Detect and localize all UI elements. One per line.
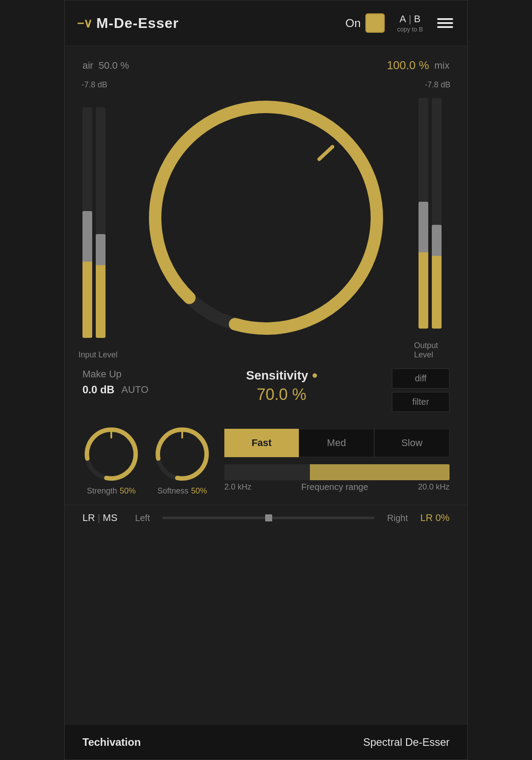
makeup-title: Make Up <box>82 368 171 380</box>
header: −∨ M-De-Esser On A | B copy to B <box>65 0 467 46</box>
strength-value: 50% <box>120 486 136 496</box>
output-meter-bars <box>419 93 450 337</box>
sensitivity-title: Sensitivity <box>246 368 308 383</box>
makeup-auto[interactable]: AUTO <box>121 384 149 396</box>
lr-toggle-label: LR <box>82 512 95 524</box>
mix-label: mix <box>434 60 450 71</box>
freq-labels: 2.0 kHz Frequency range 20.0 kHz <box>224 482 450 492</box>
input-fill-left <box>82 211 92 338</box>
fast-button[interactable]: Fast <box>224 429 299 457</box>
freq-slider-fill <box>310 464 450 480</box>
input-fill-right <box>96 234 106 338</box>
lr-ms-divider: | <box>98 512 100 524</box>
softness-label-group: Softness 50% <box>157 486 207 496</box>
output-bar-left <box>419 98 428 329</box>
mix-value[interactable]: 100.0 % <box>387 59 429 72</box>
ab-a-label: A <box>399 13 406 25</box>
ab-column: A | B copy to B <box>397 13 423 33</box>
bottom-controls: Strength 50% Softness 50% <box>65 416 467 505</box>
input-bar-left <box>82 107 92 338</box>
hamburger-line-3 <box>437 26 453 28</box>
strength-knob[interactable] <box>82 425 140 483</box>
svg-line-2 <box>319 147 332 159</box>
output-fill-right <box>432 225 442 329</box>
sensitivity-value[interactable]: 70.0 % <box>257 385 306 404</box>
makeup-values: 0.0 dB AUTO <box>82 384 171 396</box>
mix-group: 100.0 % mix <box>387 59 450 72</box>
svg-point-1 <box>142 94 390 342</box>
strength-label-group: Strength 50% <box>87 486 136 496</box>
freq-start: 2.0 kHz <box>224 482 251 492</box>
diff-button[interactable]: diff <box>392 368 450 388</box>
softness-value: 50% <box>191 486 207 496</box>
strength-knob-group: Strength 50% <box>82 425 140 496</box>
ab-copy-label: copy to B <box>397 26 423 33</box>
ab-button[interactable]: A | B copy to B <box>397 13 423 33</box>
lr-slider-thumb <box>265 514 272 521</box>
ms-toggle-label: MS <box>103 512 117 524</box>
sensitivity-dot <box>313 373 317 378</box>
sensitivity-section: Sensitivity 70.0 % <box>171 368 392 404</box>
freq-range-label: Frequency range <box>301 482 368 492</box>
air-label: air <box>82 60 93 71</box>
ab-b-label: B <box>414 13 421 25</box>
on-label: On <box>345 16 361 30</box>
right-label: Right <box>387 513 408 523</box>
output-level-label: Output Level <box>414 341 454 360</box>
input-meter: -7.8 dB Input Level <box>78 76 118 360</box>
brand-name: Techivation <box>82 736 141 748</box>
input-db-label: -7.8 dB <box>78 80 107 90</box>
plugin-window: −∨ M-De-Esser On A | B copy to B <box>64 0 468 760</box>
output-meter: -7.8 dB Output Level <box>414 76 454 360</box>
output-bar-right <box>432 98 442 329</box>
sensitivity-title-row: Sensitivity <box>246 368 317 383</box>
hamburger-line-1 <box>437 18 453 20</box>
output-fill-left <box>419 202 428 329</box>
on-button[interactable]: On <box>345 13 385 33</box>
softness-knob[interactable] <box>153 425 211 483</box>
on-square-indicator[interactable] <box>365 13 385 33</box>
input-bar-right <box>96 107 106 338</box>
main-content: air 50.0 % 100.0 % mix -7.8 dB <box>65 46 467 724</box>
freq-slider[interactable] <box>224 464 450 480</box>
lr-percent: LR 0% <box>420 512 450 524</box>
air-group: air 50.0 % <box>82 60 129 71</box>
makeup-section: Make Up 0.0 dB AUTO <box>82 368 171 396</box>
makeup-db[interactable]: 0.0 dB <box>82 384 114 396</box>
ab-divider: | <box>409 13 411 25</box>
slow-button[interactable]: Slow <box>374 429 450 457</box>
meter-knob-section: -7.8 dB Input Level <box>65 76 467 360</box>
lr-ms-row: LR | MS Left Right LR 0% <box>65 505 467 531</box>
header-controls: On A | B copy to B <box>345 13 455 33</box>
input-level-label: Input Level <box>78 350 117 360</box>
hamburger-line-2 <box>437 22 453 24</box>
freq-end: 20.0 kHz <box>418 482 450 492</box>
makeup-sensitivity-row: Make Up 0.0 dB AUTO Sensitivity 70.0 % d… <box>65 360 467 416</box>
speed-buttons: Fast Med Slow <box>224 429 450 457</box>
softness-label: Softness <box>157 486 188 496</box>
lr-slider[interactable] <box>162 517 375 519</box>
air-value[interactable]: 50.0 % <box>98 60 129 71</box>
big-knob-area <box>118 76 414 360</box>
speed-freq-section: Fast Med Slow 2.0 kHz Frequency range 20… <box>224 429 450 492</box>
left-label: Left <box>135 513 150 523</box>
med-button[interactable]: Med <box>299 429 374 457</box>
product-name: Spectral De-Esser <box>363 736 450 748</box>
logo-icon: −∨ <box>77 16 92 31</box>
input-meter-bars <box>82 93 113 347</box>
footer: Techivation Spectral De-Esser <box>65 724 467 760</box>
logo-area: −∨ M-De-Esser <box>77 15 345 31</box>
lr-ms-toggle[interactable]: LR | MS <box>82 512 117 524</box>
softness-knob-group: Softness 50% <box>153 425 211 496</box>
hamburger-menu[interactable] <box>435 16 455 30</box>
diff-filter-section: diff filter <box>392 368 450 412</box>
strength-label: Strength <box>87 486 117 496</box>
air-mix-row: air 50.0 % 100.0 % mix <box>65 46 467 76</box>
filter-button[interactable]: filter <box>392 392 450 412</box>
plugin-name: M-De-Esser <box>96 15 179 31</box>
freq-range-row: 2.0 kHz Frequency range 20.0 kHz <box>224 464 450 492</box>
output-db-label: -7.8 dB <box>425 80 454 90</box>
sensitivity-knob[interactable] <box>142 94 390 342</box>
